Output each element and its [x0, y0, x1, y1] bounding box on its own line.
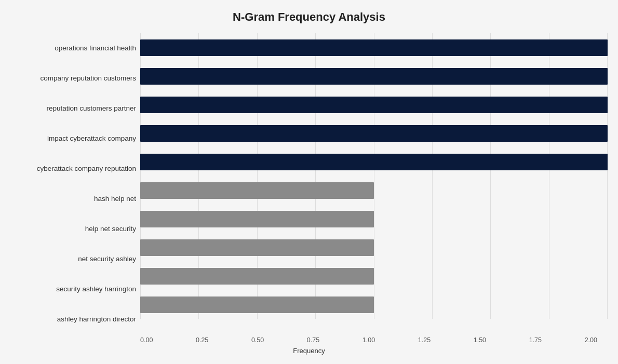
y-label: cyberattack company reputation — [37, 155, 136, 182]
bar — [140, 39, 608, 56]
bar — [140, 97, 608, 113]
bar-row — [140, 65, 608, 88]
y-label: company reputation customers — [40, 65, 136, 92]
bar — [140, 239, 374, 256]
x-tick: 0.25 — [196, 336, 208, 344]
x-axis: 0.000.250.500.751.001.251.501.752.00 Fre… — [10, 334, 608, 355]
bar — [140, 296, 374, 313]
y-axis-labels: operations financial healthcompany reput… — [10, 33, 140, 334]
bar-row — [140, 93, 608, 116]
y-label: hash help net — [94, 185, 136, 212]
bar-row — [140, 208, 608, 231]
x-axis-ticks: 0.000.250.500.751.001.251.501.752.00 — [10, 336, 608, 344]
y-label: reputation customers partner — [46, 95, 136, 122]
bars-wrapper — [140, 33, 608, 334]
y-label: net security ashley — [78, 246, 136, 273]
x-tick: 0.00 — [140, 336, 153, 344]
x-tick: 0.75 — [307, 336, 319, 344]
bar — [140, 268, 374, 285]
y-label: impact cyberattack company — [47, 125, 136, 152]
x-tick: 0.50 — [251, 336, 264, 344]
x-tick: 1.50 — [474, 336, 486, 344]
x-tick: 1.25 — [418, 336, 431, 344]
bar-row — [140, 293, 608, 316]
x-tick: 1.00 — [362, 336, 375, 344]
chart-title: N-Gram Frequency Analysis — [10, 10, 608, 24]
y-label: ashley harrington director — [57, 306, 136, 333]
y-label: help net security — [85, 215, 136, 242]
bar — [140, 154, 608, 170]
x-tick: 1.75 — [529, 336, 542, 344]
bars-and-grid — [140, 33, 608, 334]
x-axis-label: Frequency — [10, 347, 608, 355]
y-label: security ashley harrington — [56, 276, 136, 303]
bar-row — [140, 36, 608, 59]
bar — [140, 211, 374, 227]
bar — [140, 68, 608, 85]
bar-row — [140, 179, 608, 202]
chart-container: N-Gram Frequency Analysis operations fin… — [0, 0, 618, 364]
y-label: operations financial health — [55, 35, 136, 62]
x-tick: 2.00 — [585, 336, 597, 344]
bar-row — [140, 122, 608, 145]
bar-row — [140, 265, 608, 288]
bar-row — [140, 151, 608, 173]
bar — [140, 182, 374, 199]
bar-row — [140, 236, 608, 259]
chart-area: operations financial healthcompany reput… — [10, 33, 608, 334]
bar — [140, 125, 608, 142]
